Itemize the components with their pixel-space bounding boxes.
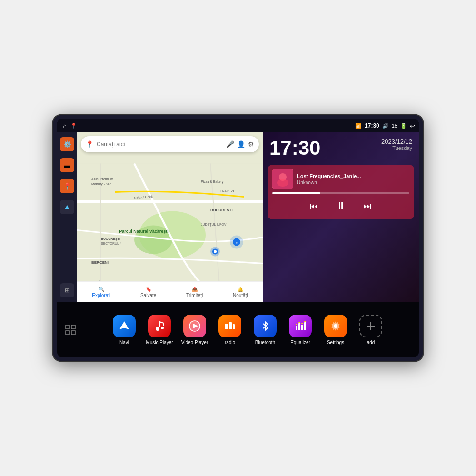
battery-icon: 🔋: [400, 123, 407, 129]
bluetooth-icon: [254, 315, 277, 337]
map-nav-explore[interactable]: 🔍 Explorați: [92, 287, 110, 298]
svg-rect-28: [71, 325, 75, 329]
svg-text:BUCUREȘTI: BUCUREȘTI: [210, 208, 233, 212]
device: ⌂ 📍 📶 17:30 🔊 18 🔋 ↩ ⚙️ ▬ 📍 ▲ ⊞: [52, 114, 424, 362]
app-item-music-player[interactable]: Music Player: [144, 315, 175, 345]
clock-section: 17:30 2023/12/12 Tuesday: [263, 132, 419, 162]
home-icon[interactable]: ⌂: [63, 122, 67, 129]
next-button[interactable]: ⏭: [360, 198, 375, 214]
app-item-equalizer[interactable]: Equalizer: [285, 315, 316, 345]
news-icon: 🔔: [238, 287, 243, 292]
svg-point-33: [161, 327, 164, 329]
sidebar-folder-icon[interactable]: ▬: [60, 158, 74, 172]
map-visual: Parcul Natural Văcărești BUCUREȘTI JUDEȚ…: [77, 153, 263, 302]
svg-text:BUCUREȘTI: BUCUREȘTI: [101, 237, 120, 241]
svg-rect-29: [66, 331, 69, 335]
map-bottom-nav: 🔍 Explorați 🔖 Salvate 📤 Trimiteți 🔔 Nout…: [77, 281, 263, 302]
svg-rect-37: [229, 322, 232, 329]
mic-icon[interactable]: 🎤: [226, 140, 234, 148]
music-title: Lost Frequencies_Janie...: [297, 173, 409, 179]
music-player-label: Music Player: [146, 340, 173, 345]
music-info: Lost Frequencies_Janie... Unknown: [272, 169, 409, 189]
svg-point-32: [156, 327, 159, 331]
music-progress-fill: [272, 192, 320, 194]
svg-rect-43: [296, 324, 298, 325]
sidebar-nav-icon[interactable]: ▲: [60, 200, 74, 214]
saved-label: Salvate: [140, 293, 156, 298]
wifi-icon: 📶: [355, 123, 362, 129]
svg-point-18: [214, 250, 217, 253]
maps-icon[interactable]: 📍: [70, 123, 77, 129]
svg-rect-44: [298, 322, 300, 323]
app-item-navi[interactable]: Navi: [109, 315, 139, 345]
sidebar-settings-icon[interactable]: ⚙️: [60, 137, 74, 151]
status-bar: ⌂ 📍 📶 17:30 🔊 18 🔋 ↩: [57, 119, 419, 132]
status-time: 17:30: [365, 122, 379, 129]
settings-icon[interactable]: ⚙: [248, 140, 254, 148]
pause-button[interactable]: ⏸: [333, 198, 348, 214]
news-label: Noutăți: [233, 293, 248, 298]
svg-text:JUDEȚUL ILFOV: JUDEȚUL ILFOV: [201, 223, 227, 227]
music-controls: ⏮ ⏸ ⏭: [272, 197, 409, 216]
bluetooth-label: Bluetooth: [255, 340, 275, 345]
right-panel: 17:30 2023/12/12 Tuesday: [263, 132, 419, 302]
map-nav-news[interactable]: 🔔 Noutăți: [233, 287, 248, 298]
app-item-settings[interactable]: Settings: [320, 315, 351, 345]
map-nav-send[interactable]: 📤 Trimiteți: [186, 287, 203, 298]
navi-icon: [113, 315, 136, 337]
clock-date: 2023/12/12 Tuesday: [381, 138, 412, 151]
add-icon: [359, 315, 382, 337]
prev-button[interactable]: ⏮: [307, 198, 322, 214]
app-item-add[interactable]: add: [356, 315, 386, 345]
saved-icon: 🔖: [146, 287, 151, 292]
music-text: Lost Frequencies_Janie... Unknown: [297, 173, 409, 185]
app-item-bluetooth[interactable]: Bluetooth: [250, 315, 280, 345]
svg-text:Mobility - Sud: Mobility - Sud: [91, 182, 112, 186]
sidebar-apps-icon[interactable]: ⊞: [60, 283, 74, 298]
map-search-bar[interactable]: 📍 🎤 👤 ⚙: [81, 136, 259, 152]
sidebar: ⚙️ ▬ 📍 ▲ ⊞: [57, 132, 77, 302]
svg-rect-30: [71, 331, 75, 335]
map-nav-saved[interactable]: 🔖 Salvate: [140, 287, 156, 298]
music-player-icon: [148, 315, 171, 337]
equalizer-icon: [289, 315, 312, 337]
svg-marker-31: [119, 321, 129, 329]
apps-grid-toggle[interactable]: [63, 322, 78, 337]
add-label: add: [367, 340, 375, 345]
google-maps-pin-icon: 📍: [86, 140, 94, 148]
svg-rect-42: [304, 322, 306, 330]
app-item-video-player[interactable]: Video Player: [179, 315, 210, 345]
app-item-radio[interactable]: radio: [215, 315, 245, 345]
clock-time: 17:30: [269, 138, 320, 158]
sound-icon: 🔊: [382, 123, 389, 129]
svg-rect-38: [233, 324, 235, 329]
svg-rect-45: [301, 323, 303, 324]
apps-row: Navi Music Player: [82, 315, 413, 345]
back-icon[interactable]: ↩: [410, 122, 415, 129]
map-search-input[interactable]: [97, 141, 223, 148]
apps-area: Navi Music Player: [57, 302, 419, 357]
sidebar-map-icon[interactable]: 📍: [60, 179, 74, 193]
video-player-icon: [183, 315, 206, 337]
status-left: ⌂ 📍: [63, 122, 77, 129]
settings-app-icon: [324, 315, 347, 337]
account-icon[interactable]: 👤: [237, 140, 245, 148]
video-player-label: Video Player: [181, 340, 208, 345]
send-icon: 📤: [192, 287, 198, 292]
date-day: Tuesday: [381, 145, 412, 151]
svg-text:Pizza & Bakery: Pizza & Bakery: [201, 180, 224, 184]
battery-level: 18: [392, 123, 397, 129]
radio-label: radio: [225, 340, 235, 345]
svg-text:⌖: ⌖: [236, 241, 238, 245]
svg-rect-41: [301, 325, 303, 330]
svg-point-25: [277, 179, 288, 187]
music-widget: Lost Frequencies_Janie... Unknown ⏮ ⏸ ⏭: [268, 165, 414, 219]
svg-text:TRAPEZULUI: TRAPEZULUI: [220, 189, 241, 193]
svg-rect-39: [296, 326, 298, 330]
status-right: 📶 17:30 🔊 18 🔋 ↩: [355, 122, 415, 129]
music-progress-bar[interactable]: [272, 192, 409, 194]
settings-app-label: Settings: [327, 340, 344, 345]
svg-text:SECTORUL 4: SECTORUL 4: [101, 242, 122, 245]
svg-rect-46: [304, 321, 306, 322]
map-container: 📍 🎤 👤 ⚙: [77, 132, 263, 302]
